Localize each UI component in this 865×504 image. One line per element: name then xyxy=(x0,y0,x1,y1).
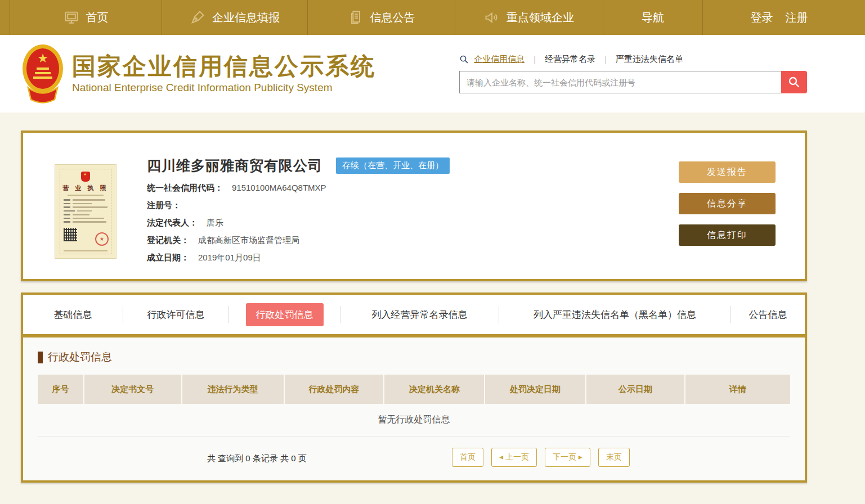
section-header-bar xyxy=(38,352,43,363)
search-bar xyxy=(459,71,807,93)
tab-administrative-penalty[interactable]: 行政处罚信息 xyxy=(229,306,340,323)
prev-page-button[interactable]: ◂ 上一页 xyxy=(491,448,537,467)
tab-announcement-info[interactable]: 公告信息 xyxy=(731,306,805,323)
license-text-line xyxy=(64,206,107,208)
license-emblem-icon xyxy=(81,172,90,182)
national-emblem-logo: ★ xyxy=(21,44,64,104)
license-text-line xyxy=(64,218,107,219)
bulletin-icon xyxy=(348,10,364,25)
nav-item-label: 企业信息填报 xyxy=(212,10,280,25)
col-publicity-date: 公示日期 xyxy=(586,375,685,404)
next-page-button[interactable]: 下一页 ▸ xyxy=(545,448,590,467)
company-info-panel: 营 业 执 照 ★ 四川维多丽雅商贸有限公司 存续（在营、开业、在册） xyxy=(21,130,807,281)
license-text-line xyxy=(64,210,107,212)
top-navigation: 首页 企业信息填报 信息公告 重点领域企业 导航 登录 注册 xyxy=(0,0,865,35)
col-decision-date: 处罚决定日期 xyxy=(485,375,586,404)
nav-item-bulletin[interactable]: 信息公告 xyxy=(307,0,455,35)
site-title: 国家企业信用信息公示系统 xyxy=(72,53,376,79)
penalty-table-header: 序号 决定书文号 违法行为类型 行政处罚内容 决定机关名称 处罚决定日期 公示日… xyxy=(38,375,790,404)
search-tab-abnormal-list[interactable]: 经营异常名录 xyxy=(545,54,595,65)
search-area: 企业信用信息 | 经营异常名录 | 严重违法失信名单 xyxy=(459,54,807,93)
company-status-badge: 存续（在营、开业、在册） xyxy=(336,158,450,174)
empty-table-message: 暂无行政处罚信息 xyxy=(38,404,790,436)
register-link[interactable]: 注册 xyxy=(786,10,808,25)
pagination: 共 查询到 0 条记录 共 0 页 首页 ◂ 上一页 下一页 ▸ 末页 xyxy=(38,448,790,470)
search-small-icon xyxy=(459,55,469,64)
company-name-row: 四川维多丽雅商贸有限公司 存续（在营、开业、在册） xyxy=(147,156,450,175)
company-actions: 发送报告 信息分享 信息打印 xyxy=(679,161,776,256)
license-text-line xyxy=(64,199,107,201)
license-title: 营 业 执 照 xyxy=(60,184,111,192)
business-license-thumbnail[interactable]: 营 业 执 照 ★ xyxy=(55,164,116,259)
monitor-icon xyxy=(64,10,79,25)
tab-basic-info[interactable]: 基础信息 xyxy=(23,306,123,323)
license-divider xyxy=(68,195,104,196)
print-info-button[interactable]: 信息打印 xyxy=(679,224,776,246)
pen-icon xyxy=(190,10,205,25)
nav-item-key-field-enterprises[interactable]: 重点领域企业 xyxy=(455,0,603,35)
nav-item-auth: 登录 注册 xyxy=(702,0,855,35)
search-input[interactable] xyxy=(459,71,781,93)
col-details: 详情 xyxy=(685,375,790,404)
license-text-line xyxy=(64,221,107,223)
tab-abnormal-operations-list[interactable]: 列入经营异常名录信息 xyxy=(340,306,499,323)
first-page-button[interactable]: 首页 xyxy=(452,448,483,467)
search-tab-illegal-list[interactable]: 严重违法失信名单 xyxy=(616,54,683,65)
site-header: ★ 国家企业信用信息公示系统 National Enterprise Credi… xyxy=(0,35,865,112)
nav-item-enterprise-filing[interactable]: 企业信息填报 xyxy=(162,0,307,35)
share-info-button[interactable]: 信息分享 xyxy=(679,193,776,214)
license-qr-code xyxy=(64,228,77,241)
license-text-line xyxy=(64,214,107,215)
field-registration-authority: 登记机关： 成都高新区市场监督管理局 xyxy=(147,235,450,253)
field-legal-representative: 法定代表人： 唐乐 xyxy=(147,218,450,235)
nav-item-label: 导航 xyxy=(642,10,664,25)
license-text-line xyxy=(64,203,107,205)
section-header: 行政处罚信息 xyxy=(38,350,790,364)
svg-text:★: ★ xyxy=(37,51,48,65)
company-name: 四川维多丽雅商贸有限公司 xyxy=(147,156,322,175)
main-content: 营 业 执 照 ★ 四川维多丽雅商贸有限公司 存续（在营、开业、在册） xyxy=(0,112,865,483)
license-red-seal: ★ xyxy=(95,232,109,246)
nav-item-label: 首页 xyxy=(86,10,109,25)
separator: | xyxy=(534,55,536,64)
detail-tabs-panel: 基础信息 行政许可信息 行政处罚信息 列入经营异常名录信息 列入严重违法失信名单… xyxy=(21,292,807,483)
col-decision-authority: 决定机关名称 xyxy=(384,375,485,404)
nav-item-label: 重点领域企业 xyxy=(507,10,574,25)
company-info-block: 四川维多丽雅商贸有限公司 存续（在营、开业、在册） 统一社会信用代码： 9151… xyxy=(147,156,450,270)
search-icon xyxy=(787,75,801,89)
detail-tabs: 基础信息 行政许可信息 行政处罚信息 列入经营异常名录信息 列入严重违法失信名单… xyxy=(23,295,805,334)
license-footer-line xyxy=(64,250,107,251)
site-subtitle: National Enterprise Credit Information P… xyxy=(72,82,376,94)
speaker-icon xyxy=(484,10,500,25)
tab-administrative-license[interactable]: 行政许可信息 xyxy=(123,306,229,323)
separator: | xyxy=(604,55,607,64)
send-report-button[interactable]: 发送报告 xyxy=(679,161,776,183)
penalty-table: 序号 决定书文号 违法行为类型 行政处罚内容 决定机关名称 处罚决定日期 公示日… xyxy=(38,375,790,436)
field-establishment-date: 成立日期： 2019年01月09日 xyxy=(147,253,450,270)
brand-block: 国家企业信用信息公示系统 National Enterprise Credit … xyxy=(72,53,376,93)
field-credit-code: 统一社会信用代码： 91510100MA64Q8TMXP xyxy=(147,183,450,200)
pagination-buttons: 首页 ◂ 上一页 下一页 ▸ 末页 xyxy=(452,448,630,467)
search-category-tabs: 企业信用信息 | 经营异常名录 | 严重违法失信名单 xyxy=(459,54,807,65)
col-violation-type: 违法行为类型 xyxy=(182,375,285,404)
nav-item-home[interactable]: 首页 xyxy=(10,0,162,35)
record-count-summary: 共 查询到 0 条记录 共 0 页 xyxy=(207,453,307,464)
search-button[interactable] xyxy=(781,71,807,93)
col-penalty-content: 行政处罚内容 xyxy=(285,375,385,404)
login-link[interactable]: 登录 xyxy=(751,10,773,25)
nav-item-navigation[interactable]: 导航 xyxy=(603,0,702,35)
tab-serious-illegal-blacklist[interactable]: 列入严重违法失信名单（黑名单）信息 xyxy=(499,306,731,323)
col-decision-doc-no: 决定书文号 xyxy=(84,375,182,404)
search-tab-credit-info[interactable]: 企业信用信息 xyxy=(474,54,525,65)
nav-item-label: 信息公告 xyxy=(370,10,415,25)
section-title: 行政处罚信息 xyxy=(48,350,112,364)
field-registration-number: 注册号： xyxy=(147,200,450,218)
company-fields: 统一社会信用代码： 91510100MA64Q8TMXP 注册号： 法定代表人：… xyxy=(147,183,450,270)
penalty-tab-content: 行政处罚信息 序号 决定书文号 违法行为类型 行政处罚内容 决定机关名称 处罚决… xyxy=(23,338,805,480)
license-paper: 营 业 执 照 ★ xyxy=(60,169,111,254)
col-serial: 序号 xyxy=(38,375,84,404)
last-page-button[interactable]: 末页 xyxy=(598,448,630,467)
